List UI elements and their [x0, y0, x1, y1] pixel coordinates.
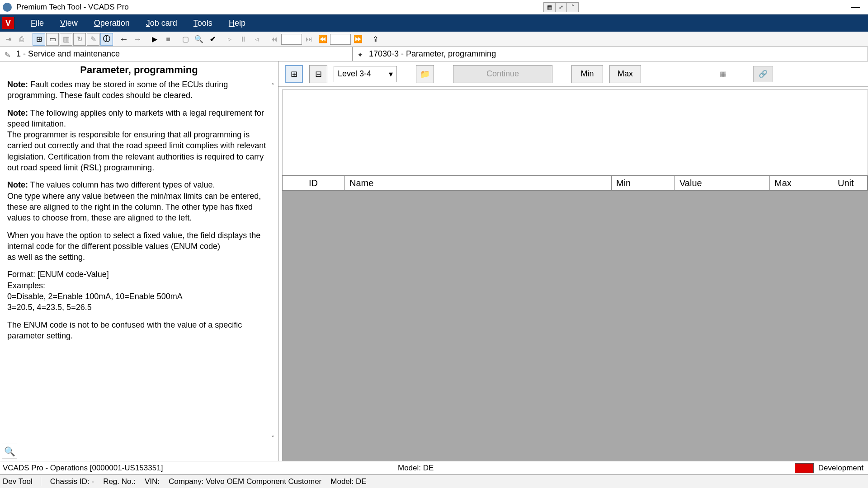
- grid-col-id[interactable]: ID: [304, 176, 345, 190]
- grid-body[interactable]: [282, 191, 868, 461]
- tab-right-label: 17030-3 - Parameter, programming: [369, 49, 496, 59]
- grid-col-value[interactable]: Value: [675, 176, 770, 190]
- tool-back-icon[interactable]: ←: [118, 33, 130, 46]
- para-enum-a: When you have the option to select a fix…: [7, 231, 260, 251]
- note-2-body: The programmer is responsible for ensuri…: [7, 130, 266, 172]
- status-devtool[interactable]: Dev Tool: [3, 477, 41, 486]
- parameter-panel: ⊞ ⊟ Level 3-4 ▾ 📁 Continue Min Max ▦ 🔗: [278, 61, 868, 461]
- examples-label: Examples:: [7, 281, 45, 290]
- grid-icon[interactable]: ▦: [714, 66, 731, 82]
- note-3-line1: The values column has two different type…: [30, 180, 215, 189]
- grid-col-max[interactable]: Max: [770, 176, 833, 190]
- note-1-text: Fault codes may be stored in some of the…: [7, 80, 228, 100]
- tab-left-label: 1 - Service and maintenance: [16, 49, 120, 59]
- tool-forward-icon[interactable]: →: [131, 33, 144, 46]
- note-2-line1: The following applies only to markets wi…: [7, 108, 264, 128]
- tool-page-field-2[interactable]: [330, 34, 351, 45]
- tool-pause-icon[interactable]: ⏸: [237, 33, 250, 46]
- tool-ff-icon[interactable]: ⏩: [352, 33, 364, 46]
- tool-end-icon[interactable]: ⏭: [303, 33, 316, 46]
- menu-bar: V File View Operation Job card Tools Hel…: [0, 14, 868, 32]
- menu-file[interactable]: File: [23, 17, 52, 30]
- wrench-icon: [5, 50, 13, 58]
- grid-header: ID Name Min Value Max Unit: [282, 175, 868, 191]
- tool-refresh-icon[interactable]: ↻: [73, 33, 86, 46]
- note-3-body: One type where any value between the min…: [7, 192, 261, 223]
- status-model-2: Model: DE: [330, 477, 366, 486]
- tab-service-maintenance[interactable]: 1 - Service and maintenance: [0, 47, 353, 61]
- tool-stop-icon[interactable]: ■: [162, 33, 175, 46]
- para-enum-b: as well as the setting.: [7, 253, 85, 262]
- tab-row: 1 - Service and maintenance 17030-3 - Pa…: [0, 47, 868, 61]
- tool-info-icon[interactable]: ⓘ: [100, 33, 113, 46]
- tool-step-stop-icon[interactable]: ◃: [250, 33, 263, 46]
- expand-toggle-icon[interactable]: ⤢: [555, 2, 567, 12]
- title-bar: Premium Tech Tool - VCADS Pro ▦ ⤢ ˄ —: [0, 0, 868, 14]
- link-icon-button[interactable]: 🔗: [753, 66, 773, 82]
- tool-window-icon[interactable]: ▭: [46, 33, 59, 46]
- menu-view[interactable]: View: [52, 17, 86, 30]
- tool-page-field-1[interactable]: [281, 34, 302, 45]
- info-heading: Parameter, programming: [0, 61, 278, 78]
- para-final: The ENUM code is not to be confused with…: [7, 320, 242, 340]
- window-toggle-group: ▦ ⤢ ˄: [543, 2, 579, 12]
- menu-jobcard[interactable]: Job card: [138, 17, 185, 30]
- tool-chart-icon[interactable]: ▥: [60, 33, 72, 46]
- view-tree-button[interactable]: ⊞: [285, 65, 303, 83]
- note-label-2: Note:: [7, 108, 28, 117]
- tab-parameter-programming[interactable]: 17030-3 - Parameter, programming: [353, 47, 868, 61]
- menu-tools[interactable]: Tools: [185, 17, 221, 30]
- info-body: Note: Fault codes may be stored in some …: [0, 78, 278, 461]
- tool-check-icon[interactable]: ✔: [206, 33, 219, 46]
- grid-col-name[interactable]: Name: [345, 176, 612, 190]
- tool-connect-icon[interactable]: ⇥: [2, 33, 14, 46]
- zoom-tool-icon[interactable]: 🔍: [2, 444, 17, 459]
- continue-button[interactable]: Continue: [453, 65, 552, 83]
- status-bar-1: VCADS Pro - Operations [0000001-US153351…: [0, 461, 868, 474]
- status-vin: VIN:: [145, 477, 160, 486]
- toolbar: ⇥ ⎙ ⊞ ▭ ▥ ↻ ✎ ⓘ ← → ▶ ■ ▢ 🔍 ✔ ▹ ⏸ ◃ ⏮ ⏭ …: [0, 32, 868, 47]
- note-label-3: Note:: [7, 180, 28, 189]
- status-operations: VCADS Pro - Operations [0000001-US153351…: [0, 464, 163, 473]
- grid-col-unit[interactable]: Unit: [833, 176, 868, 190]
- level-select[interactable]: Level 3-4 ▾: [334, 66, 397, 82]
- app-logo-icon: V: [2, 17, 14, 29]
- app-icon: [3, 3, 12, 12]
- tool-edit-icon[interactable]: ✎: [87, 33, 99, 46]
- menu-help[interactable]: Help: [221, 17, 254, 30]
- collapse-toggle-icon[interactable]: ˄: [567, 2, 579, 12]
- note-label-1: Note:: [7, 80, 28, 89]
- example-1: 0=Disable, 2=Enable 100mA, 10=Enable 500…: [7, 292, 183, 301]
- app-title: Premium Tech Tool - VCADS Pro: [16, 3, 129, 12]
- tool-rewind-icon[interactable]: ⏪: [316, 33, 329, 46]
- grid-col-min[interactable]: Min: [612, 176, 675, 190]
- info-panel: Parameter, programming ˄ Note: Fault cod…: [0, 61, 278, 461]
- tool-play-icon[interactable]: ▶: [148, 33, 161, 46]
- min-button[interactable]: Min: [571, 65, 603, 83]
- view-group-button[interactable]: ⊟: [309, 65, 327, 83]
- main-area: Parameter, programming ˄ Note: Fault cod…: [0, 61, 868, 461]
- status-model: Model: DE: [398, 464, 434, 473]
- level-value: Level 3-4: [338, 69, 371, 79]
- status-bar-2: Dev Tool Chassis ID: - Reg. No.: VIN: Co…: [0, 474, 868, 488]
- tool-tree-icon[interactable]: ⊞: [33, 33, 45, 46]
- grid-col-selector[interactable]: [283, 176, 304, 190]
- tool-step-play-icon[interactable]: ▹: [223, 33, 236, 46]
- tool-first-icon[interactable]: ⏮: [268, 33, 280, 46]
- menu-operation[interactable]: Operation: [86, 17, 138, 30]
- status-flag-icon: [795, 463, 814, 473]
- status-company: Company: Volvo OEM Component Customer: [169, 477, 321, 486]
- parameter-preview: [282, 89, 868, 175]
- max-button[interactable]: Max: [609, 65, 641, 83]
- tool-rect-icon[interactable]: ▢: [179, 33, 192, 46]
- grid-toggle-icon[interactable]: ▦: [543, 2, 555, 12]
- minimize-button[interactable]: —: [846, 2, 864, 12]
- folder-button[interactable]: 📁: [416, 65, 434, 83]
- chevron-down-icon: ▾: [389, 69, 393, 79]
- scroll-down-icon[interactable]: ˅: [268, 434, 277, 443]
- format-line: Format: [ENUM code-Value]: [7, 270, 109, 279]
- parameter-grid: ID Name Min Value Max Unit: [282, 175, 868, 461]
- tool-search-icon[interactable]: 🔍: [193, 33, 205, 46]
- tool-upload-icon[interactable]: ⇪: [369, 33, 382, 46]
- tool-print-icon[interactable]: ⎙: [15, 33, 28, 46]
